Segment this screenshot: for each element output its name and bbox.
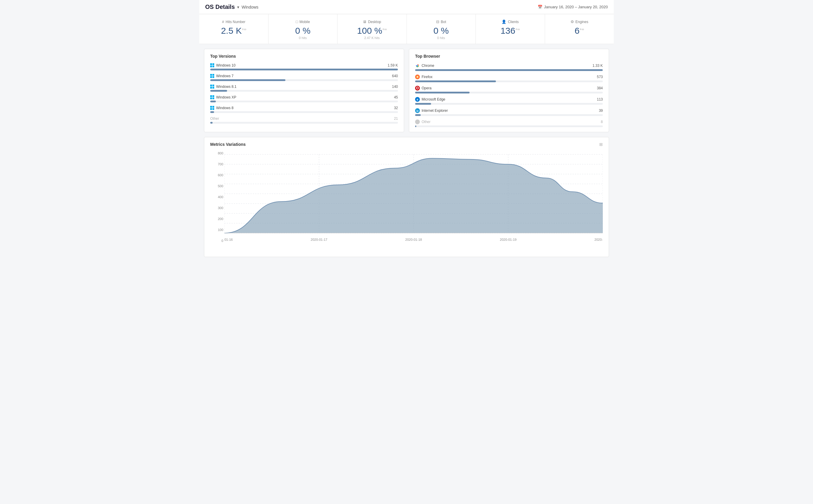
metrics-panel: Metrics Variations ⊞ 0100200300400500600… (204, 137, 609, 257)
svg-rect-10 (210, 87, 212, 89)
bar-fill (415, 125, 416, 127)
bar-item-label: Firefox (415, 75, 433, 79)
browser-value: 1.33 K (592, 64, 603, 68)
stat-label-text: Clients (508, 20, 519, 24)
svg-rect-7 (213, 76, 215, 78)
stat-value: 0 % (275, 26, 332, 35)
svg-rect-8 (210, 85, 212, 86)
bar-track (210, 79, 398, 81)
chevron-down-icon[interactable]: ▾ (237, 5, 239, 9)
svg-rect-5 (213, 74, 215, 76)
list-item: Chrome 1.33 K (415, 63, 603, 71)
version-name: Windows 7 (216, 74, 234, 78)
chart-area (225, 158, 603, 233)
bar-item-header: Windows 8 32 (210, 106, 398, 110)
bar-item-label: Other (210, 117, 219, 121)
svg-text:ie: ie (416, 109, 419, 112)
stat-item-mobile: □ Mobile 0 % 0 hits (269, 14, 338, 44)
page-wrapper: OS Details ▾ Windows 📅 January 16, 2020 … (199, 0, 614, 262)
bar-fill (415, 69, 603, 71)
stat-label-text: Bot (441, 20, 446, 24)
stat-value: 0 % (413, 26, 470, 35)
y-axis-label: 300 (212, 206, 223, 210)
date-range: 📅 January 16, 2020 – January 20, 2020 (538, 5, 608, 9)
svg-rect-3 (213, 66, 215, 67)
stat-label-text: Engines (575, 20, 588, 24)
version-value: 21 (394, 117, 398, 121)
top-versions-panel: Top Versions Windows 10 1.59 K Windows 7 (204, 49, 404, 132)
list-item: Windows 7 640 (210, 74, 398, 81)
browser-value: 384 (597, 86, 603, 90)
windows-icon (210, 74, 215, 78)
bar-fill (415, 80, 496, 82)
version-value: 640 (392, 74, 398, 78)
version-name: Windows 10 (216, 63, 236, 67)
x-axis-label: 2020-01-16 (225, 238, 233, 241)
top-browser-title: Top Browser (415, 54, 603, 59)
browser-name: Other (422, 120, 430, 124)
browser-name: Firefox (422, 75, 433, 79)
windows-icon (210, 95, 215, 99)
svg-rect-6 (210, 76, 212, 78)
bar-item-header: Other 21 (210, 117, 398, 121)
bar-fill (210, 90, 227, 92)
stat-label-icon: 👤 (501, 20, 506, 24)
bar-item-label: ie Internet Explorer (415, 108, 448, 113)
breadcrumb: Windows (242, 5, 259, 9)
stat-label: 🖥 Desktop (343, 20, 401, 24)
list-item: e Microsoft Edge 113 (415, 97, 603, 105)
y-axis-label: 200 (212, 217, 223, 221)
stat-label-icon: ⊟ (436, 20, 439, 24)
stat-label: 👤 Clients (482, 20, 539, 24)
stat-label-icon: 🖥 (363, 20, 367, 24)
browser-value: 39 (599, 109, 603, 113)
bar-track (210, 111, 398, 113)
windows-icon (210, 63, 215, 67)
bar-fill (210, 69, 398, 70)
version-name: Windows XP (216, 95, 236, 99)
bar-item-label: Windows XP (210, 95, 236, 99)
stat-label: □ Mobile (275, 20, 332, 24)
stat-label-text: Desktop (368, 20, 381, 24)
bar-item-header: Windows 8.1 140 (210, 85, 398, 89)
bar-track (415, 80, 603, 82)
svg-rect-1 (213, 63, 215, 65)
metrics-grid-icon: ⊞ (599, 142, 603, 147)
browser-name: Internet Explorer (422, 109, 448, 113)
stats-row: # Hits Number 2.5 K+∞ □ Mobile 0 % 0 hit… (199, 14, 614, 44)
version-name: Windows 8.1 (216, 85, 237, 89)
stat-label-text: Hits Number (226, 20, 246, 24)
stat-item-desktop: 🖥 Desktop 100 %+∞ 2.47 K hits (338, 14, 407, 44)
stat-item-hits-number: # Hits Number 2.5 K+∞ (199, 14, 269, 44)
browser-name: Opera (422, 86, 431, 90)
version-value: 32 (394, 106, 398, 110)
other-browser-icon (415, 119, 420, 124)
y-axis-label: 100 (212, 228, 223, 232)
svg-rect-15 (213, 98, 215, 99)
bar-fill (415, 114, 421, 116)
stat-label: ⊟ Bot (413, 20, 470, 24)
bar-item-label: Windows 7 (210, 74, 234, 78)
stat-sub: 2.47 K hits (343, 36, 401, 40)
stat-label: # Hits Number (205, 20, 262, 24)
list-item: Other 21 (210, 117, 398, 124)
bar-fill (415, 92, 470, 93)
stat-item-clients: 👤 Clients 136+∞ (476, 14, 545, 44)
bar-item-label: Chrome (415, 63, 434, 68)
y-axis-label: 500 (212, 184, 223, 188)
bar-fill (210, 79, 286, 81)
browser-name: Microsoft Edge (422, 97, 445, 101)
stat-label-icon: ⚙ (570, 20, 574, 24)
list-item: Windows 8.1 140 (210, 85, 398, 92)
page-title: OS Details (205, 4, 235, 10)
svg-text:e: e (417, 98, 418, 101)
stat-value: 6+∞ (551, 26, 608, 35)
stat-item-engines: ⚙ Engines 6+∞ (545, 14, 614, 44)
y-axis-label: 400 (212, 195, 223, 199)
svg-rect-16 (210, 106, 212, 108)
bar-track (210, 101, 398, 102)
list-item: ie Internet Explorer 39 (415, 108, 603, 116)
svg-point-25 (417, 76, 418, 77)
svg-rect-13 (213, 95, 215, 97)
stat-label-icon: □ (296, 20, 298, 24)
